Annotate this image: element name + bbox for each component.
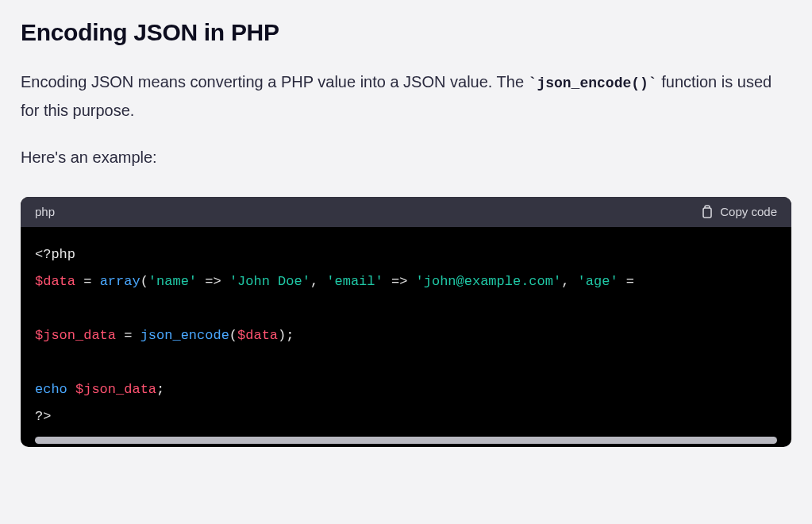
code-block: php Copy code <?php $data = array('name'…	[21, 197, 791, 447]
intro-paragraph-1: Encoding JSON means converting a PHP val…	[21, 68, 791, 125]
inline-code-json-encode: `json_encode()`	[529, 75, 657, 91]
code-block-header: php Copy code	[21, 197, 791, 227]
copy-code-button[interactable]: Copy code	[701, 205, 777, 219]
svg-rect-0	[703, 208, 711, 218]
code-content: <?php $data = array('name' => 'John Doe'…	[35, 241, 777, 430]
intro-paragraph-2: Here's an example:	[21, 144, 791, 171]
copy-code-label: Copy code	[720, 205, 777, 218]
code-language-label: php	[35, 205, 55, 218]
horizontal-scrollbar[interactable]	[35, 437, 777, 444]
code-body[interactable]: <?php $data = array('name' => 'John Doe'…	[21, 227, 791, 437]
clipboard-icon	[701, 205, 714, 219]
section-heading: Encoding JSON in PHP	[21, 19, 791, 46]
para1-text-before: Encoding JSON means converting a PHP val…	[21, 73, 529, 91]
